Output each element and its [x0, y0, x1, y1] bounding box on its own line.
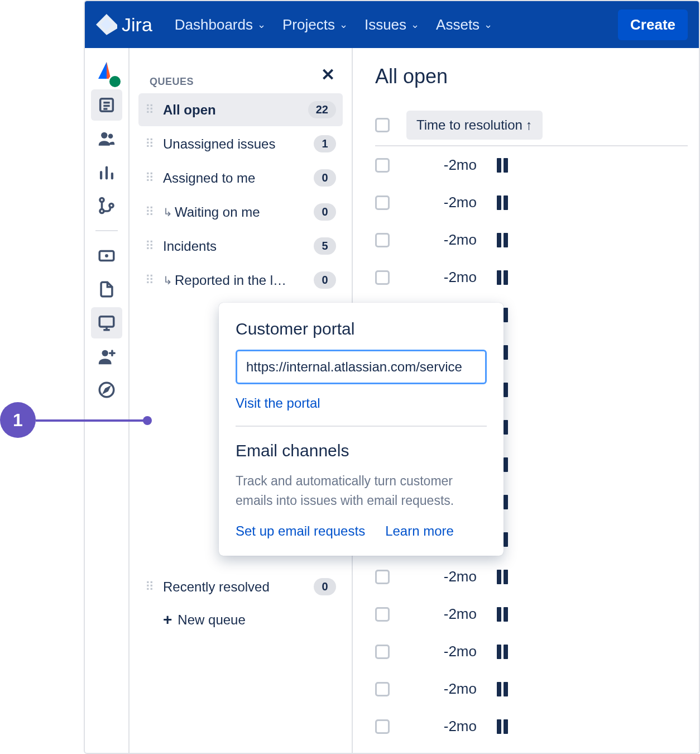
- jira-brand[interactable]: Jira: [96, 14, 152, 36]
- close-icon[interactable]: ✕: [321, 65, 335, 84]
- table-row[interactable]: -2mo: [375, 259, 688, 296]
- table-row[interactable]: -2mo: [375, 184, 688, 221]
- rail-queues-icon[interactable]: [91, 89, 122, 121]
- nav-issues[interactable]: Issues⌄: [365, 16, 419, 34]
- queue-label: Recently resolved: [163, 579, 308, 595]
- sidebar-queue-item[interactable]: ⠿Assigned to me0: [138, 161, 343, 194]
- row-checkbox[interactable]: [375, 570, 390, 584]
- sidebar-queue-item[interactable]: ⠿↳Reported in the l…0: [138, 264, 343, 297]
- create-button[interactable]: Create: [618, 9, 688, 40]
- sidebar-queue-item[interactable]: ⠿↳Waiting on me0: [138, 195, 343, 228]
- queue-label: Reported in the l…: [175, 273, 308, 288]
- queue-count-badge: 0: [314, 271, 336, 289]
- pause-icon: [497, 719, 508, 734]
- row-checkbox[interactable]: [375, 682, 390, 696]
- select-all-checkbox[interactable]: [375, 118, 390, 132]
- rail-customers-icon[interactable]: [91, 123, 122, 154]
- brand-text: Jira: [122, 14, 152, 36]
- table-row[interactable]: -2mo: [375, 558, 688, 595]
- drag-handle-icon[interactable]: ⠿: [145, 580, 157, 594]
- visit-portal-link[interactable]: Visit the portal: [236, 395, 320, 411]
- time-to-resolution-value: -2mo: [434, 156, 477, 174]
- row-checkbox[interactable]: [375, 195, 390, 210]
- time-to-resolution-value: -2mo: [434, 568, 477, 585]
- chevron-down-icon: ⌄: [339, 18, 348, 31]
- table-row[interactable]: -2mo: [375, 633, 688, 670]
- chevron-down-icon: ⌄: [411, 18, 419, 31]
- annotation-dot: [143, 416, 152, 425]
- setup-email-link[interactable]: Set up email requests: [236, 523, 365, 539]
- table-row[interactable]: -2mo: [375, 595, 688, 633]
- annotation-badge: 1: [0, 402, 36, 438]
- row-checkbox[interactable]: [375, 270, 390, 285]
- pause-icon: [497, 195, 508, 210]
- table-row[interactable]: -2mo: [375, 146, 688, 184]
- nav-projects[interactable]: Projects⌄: [282, 16, 348, 34]
- row-checkbox[interactable]: [375, 607, 390, 622]
- time-to-resolution-value: -2mo: [434, 718, 477, 735]
- table-row[interactable]: -2mo: [375, 221, 688, 259]
- svg-point-6: [101, 132, 107, 139]
- queue-label: Unassigned issues: [163, 136, 308, 152]
- rail-channels-icon[interactable]: [91, 307, 122, 338]
- email-channels-heading: Email channels: [236, 441, 487, 460]
- drag-handle-icon[interactable]: ⠿: [145, 171, 157, 185]
- project-avatar[interactable]: [93, 59, 121, 87]
- queue-count-badge: 5: [314, 237, 336, 255]
- new-queue-label: New queue: [178, 612, 245, 628]
- nav-dashboards[interactable]: Dashboards⌄: [175, 16, 266, 34]
- arrow-up-icon: ↑: [526, 117, 533, 133]
- table-row[interactable]: -2mo: [375, 670, 688, 708]
- learn-more-link[interactable]: Learn more: [385, 523, 454, 539]
- queue-label: All open: [163, 102, 303, 118]
- left-rail: [85, 48, 130, 753]
- row-checkbox[interactable]: [375, 645, 390, 659]
- rail-explore-icon[interactable]: [91, 374, 122, 405]
- page-title: All open: [375, 65, 688, 88]
- chevron-down-icon: ⌄: [257, 18, 266, 31]
- drag-handle-icon[interactable]: ⠿: [145, 239, 157, 254]
- nav-label: Issues: [365, 16, 406, 34]
- sidebar-item-recently-resolved[interactable]: ⠿ Recently resolved 0: [138, 570, 343, 603]
- queue-label: Assigned to me: [163, 170, 308, 186]
- rail-services-icon[interactable]: [91, 190, 122, 221]
- time-to-resolution-value: -2mo: [434, 194, 477, 211]
- drag-handle-icon[interactable]: ⠿: [145, 103, 157, 117]
- portal-url-input[interactable]: [236, 350, 487, 384]
- sub-arrow-icon: ↳: [163, 274, 172, 287]
- chevron-down-icon: ⌄: [484, 18, 492, 31]
- pause-icon: [497, 570, 508, 584]
- time-to-resolution-value: -2mo: [434, 269, 477, 286]
- rail-knowledge-icon[interactable]: [91, 274, 122, 305]
- nav-assets[interactable]: Assets⌄: [436, 16, 492, 34]
- pause-icon: [497, 233, 508, 247]
- table-row[interactable]: -2mo: [375, 708, 688, 745]
- time-to-resolution-value: -2mo: [434, 231, 477, 249]
- row-checkbox[interactable]: [375, 233, 390, 247]
- row-checkbox[interactable]: [375, 719, 390, 734]
- drag-handle-icon[interactable]: ⠿: [145, 273, 157, 288]
- svg-marker-22: [104, 388, 109, 393]
- new-queue-button[interactable]: + New queue: [138, 603, 343, 637]
- drag-handle-icon[interactable]: ⠿: [145, 205, 157, 219]
- row-checkbox[interactable]: [375, 158, 390, 173]
- rail-reports-icon[interactable]: [91, 156, 122, 188]
- sidebar-queue-item[interactable]: ⠿Unassigned issues1: [138, 127, 343, 160]
- pause-icon: [497, 607, 508, 622]
- channels-popover: Customer portal Visit the portal Email c…: [219, 303, 504, 556]
- sort-column-header[interactable]: Time to resolution ↑: [406, 111, 543, 140]
- svg-point-20: [102, 350, 108, 356]
- sidebar-queue-item[interactable]: ⠿Incidents5: [138, 230, 343, 263]
- email-channels-desc: Track and automatically turn customer em…: [236, 471, 487, 510]
- rail-invite-icon[interactable]: [91, 341, 122, 372]
- time-to-resolution-value: -2mo: [434, 680, 477, 698]
- queue-count-badge: 0: [314, 203, 336, 221]
- drag-handle-icon[interactable]: ⠿: [145, 137, 157, 151]
- sidebar-queue-item[interactable]: ⠿All open22: [138, 93, 343, 126]
- nav-label: Dashboards: [175, 16, 253, 34]
- queues-section-label: QUEUES: [150, 76, 343, 88]
- customer-portal-heading: Customer portal: [236, 319, 487, 338]
- sort-label: Time to resolution: [416, 117, 522, 133]
- time-to-resolution-value: -2mo: [434, 643, 477, 660]
- rail-raise-request-icon[interactable]: [91, 240, 122, 271]
